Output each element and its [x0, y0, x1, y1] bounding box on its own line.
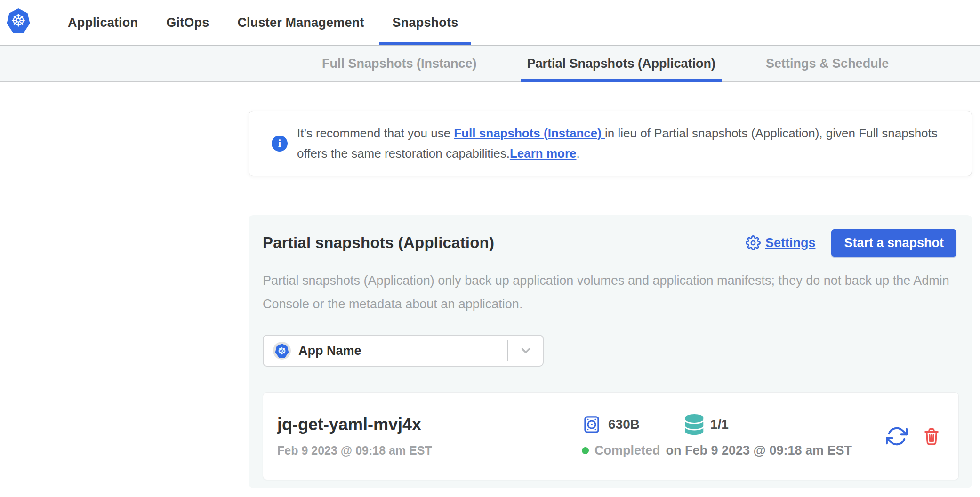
- snapshots-page: ☸ Application GitOps Cluster Management …: [0, 0, 980, 497]
- snapshot-volumes: 1/1: [710, 417, 729, 432]
- disk-icon: [582, 415, 602, 434]
- app-select-value: App Name: [298, 344, 507, 358]
- top-navigation: ☸ Application GitOps Cluster Management …: [0, 0, 980, 45]
- learn-more-link[interactable]: Learn more: [510, 146, 577, 160]
- status-label: Completed: [594, 443, 660, 458]
- start-snapshot-button[interactable]: Start a snapshot: [831, 229, 956, 257]
- panel-description: Partial snapshots (Application) only bac…: [263, 269, 955, 316]
- partial-snapshots-panel: Partial snapshots (Application) Settings…: [249, 215, 972, 488]
- panel-title: Partial snapshots (Application): [263, 234, 746, 252]
- restore-icon: [886, 425, 908, 447]
- full-snapshots-link[interactable]: Full snapshots (Instance): [454, 126, 605, 140]
- delete-snapshot-button[interactable]: [922, 426, 941, 446]
- tab-settings-schedule[interactable]: Settings & Schedule: [766, 46, 889, 81]
- tab-partial-snapshots[interactable]: Partial Snapshots (Application): [527, 46, 716, 81]
- snapshot-row: jq-get-yaml-mvj4x Feb 9 2023 @ 09:18 am …: [263, 392, 959, 480]
- nav-item-snapshots[interactable]: Snapshots: [393, 0, 458, 45]
- snapshot-size: 630B: [608, 417, 640, 432]
- kubernetes-app-icon: ☸: [273, 342, 291, 360]
- snapshot-volumes-stat: 1/1: [685, 414, 729, 435]
- status-dot-icon: [582, 447, 589, 454]
- panel-header: Partial snapshots (Application) Settings…: [249, 215, 972, 257]
- snapshot-size-stat: 630B: [582, 415, 640, 434]
- snapshot-actions: [886, 425, 941, 447]
- info-banner-text: It’s recommend that you use Full snapsho…: [297, 123, 957, 164]
- settings-link[interactable]: Settings: [746, 235, 816, 250]
- snapshot-created-at: Feb 9 2023 @ 09:18 am EST: [277, 444, 582, 457]
- info-banner: i It’s recommend that you use Full snaps…: [249, 111, 972, 176]
- snapshot-status: Completed on Feb 9 2023 @ 09:18 am EST: [582, 443, 886, 458]
- nav-item-application[interactable]: Application: [68, 0, 138, 45]
- gear-icon: [746, 235, 761, 250]
- database-icon: [685, 414, 704, 435]
- nav-item-gitops[interactable]: GitOps: [166, 0, 209, 45]
- info-icon: i: [272, 136, 288, 152]
- kubernetes-logo-icon: ☸: [7, 8, 30, 33]
- chevron-down-icon[interactable]: [508, 344, 543, 358]
- nav-item-cluster-management[interactable]: Cluster Management: [237, 0, 364, 45]
- snapshot-stats: 630B 1/1: [582, 414, 886, 435]
- banner-text-before: It’s recommend that you use: [297, 126, 454, 140]
- nav-items: Application GitOps Cluster Management Sn…: [68, 0, 458, 45]
- status-detail: on Feb 9 2023 @ 09:18 am EST: [666, 443, 852, 458]
- tab-full-snapshots[interactable]: Full Snapshots (Instance): [322, 46, 477, 81]
- settings-label: Settings: [765, 236, 816, 250]
- snapshots-subnav: Full Snapshots (Instance) Partial Snapsh…: [0, 45, 980, 82]
- snapshot-name: jq-get-yaml-mvj4x: [277, 415, 582, 434]
- app-name-select[interactable]: ☸ App Name: [263, 335, 544, 367]
- banner-text-after: .: [576, 146, 579, 160]
- trash-icon: [922, 426, 941, 446]
- restore-snapshot-button[interactable]: [886, 425, 908, 447]
